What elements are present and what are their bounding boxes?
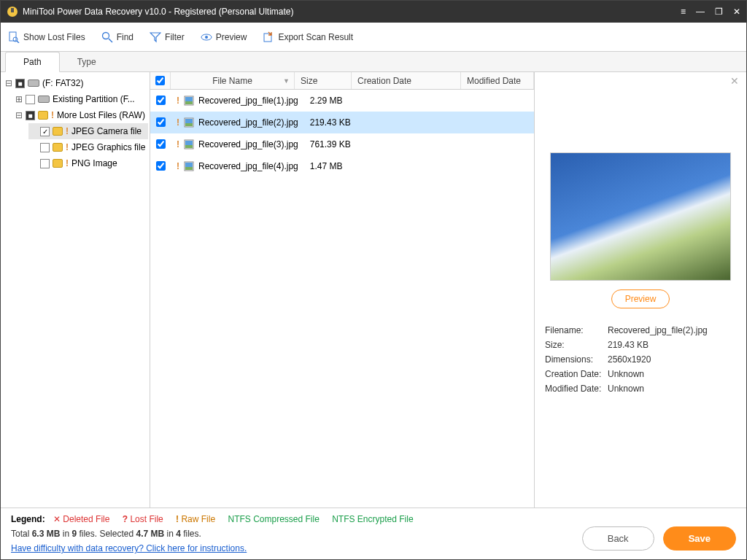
- svg-line-6: [109, 39, 112, 42]
- show-lost-files-button[interactable]: Show Lost Files: [8, 31, 85, 43]
- tree-jpeg-graphics[interactable]: ! JPEG Graphics file: [28, 139, 148, 155]
- image-file-icon: [184, 96, 194, 106]
- legend-compressed: NTFS Compressed File: [228, 514, 319, 524]
- collapse-icon[interactable]: ⊟: [15, 110, 23, 120]
- svg-rect-14: [185, 119, 193, 123]
- svg-rect-20: [185, 163, 193, 167]
- tree-jpeg-camera[interactable]: ✓ ! JPEG Camera file: [28, 123, 148, 139]
- back-button[interactable]: Back: [582, 526, 654, 551]
- select-all-checkbox[interactable]: [155, 76, 165, 85]
- col-creation-date[interactable]: Creation Date: [352, 72, 461, 89]
- meta-size-label: Size:: [545, 340, 608, 350]
- meta-dimensions-value: 2560x1920: [608, 354, 651, 365]
- svg-rect-18: [185, 145, 193, 148]
- tree-pane: ⊟ ■ (F: FAT32) ⊞ Existing Partition (F..…: [1, 72, 150, 508]
- drive-icon: [28, 79, 39, 87]
- file-size: 761.39 KB: [304, 139, 359, 149]
- preview-pane: ✕ Preview Filename:Recovered_jpg_file(2)…: [535, 72, 746, 508]
- titlebar: MiniTool Power Data Recovery v10.0 - Reg…: [1, 1, 746, 23]
- legend-lost: Lost File: [123, 514, 163, 524]
- image-file-icon: [184, 161, 194, 171]
- folder-icon: [53, 159, 63, 168]
- tree-more-lost-files[interactable]: ⊟ ■ ! More Lost Files (RAW): [14, 107, 148, 123]
- file-size: 2.29 MB: [304, 96, 359, 106]
- checkbox[interactable]: [40, 143, 50, 152]
- tree-root[interactable]: ⊟ ■ (F: FAT32): [4, 75, 148, 91]
- menu-icon[interactable]: ≡: [681, 7, 686, 17]
- filter-button[interactable]: Filter: [150, 31, 185, 43]
- find-button[interactable]: Find: [101, 31, 133, 43]
- file-checkbox[interactable]: [156, 96, 166, 105]
- close-preview-icon[interactable]: ✕: [730, 75, 739, 87]
- file-row[interactable]: !Recovered_jpg_file(4).jpg1.47 MB: [150, 155, 534, 177]
- svg-line-4: [17, 41, 19, 43]
- image-file-icon: [184, 139, 194, 149]
- file-checkbox[interactable]: [156, 161, 166, 171]
- svg-rect-21: [185, 167, 193, 170]
- file-name: Recovered_jpg_file(1).jpg: [198, 96, 298, 106]
- col-filename[interactable]: File Name▼: [171, 72, 295, 89]
- raw-marker-icon: !: [51, 110, 54, 120]
- toolbar: Show Lost Files Find Filter Preview Expo…: [1, 23, 746, 52]
- preview-image: [550, 152, 731, 281]
- checkbox-mixed[interactable]: ■: [15, 79, 25, 88]
- legend-deleted: Deleted File: [53, 514, 109, 524]
- tab-type[interactable]: Type: [60, 52, 114, 71]
- meta-cdate-label: Creation Date:: [545, 369, 608, 379]
- tree-existing-partition[interactable]: ⊞ Existing Partition (F...: [14, 91, 148, 107]
- filter-icon: [150, 31, 161, 43]
- raw-marker-icon: !: [177, 139, 179, 149]
- checkbox-checked[interactable]: ✓: [40, 127, 50, 136]
- raw-marker-icon: !: [66, 126, 69, 136]
- svg-rect-17: [185, 141, 193, 145]
- file-checkbox[interactable]: [156, 139, 166, 149]
- file-row[interactable]: !Recovered_jpg_file(1).jpg2.29 MB: [150, 90, 534, 112]
- window-title: MiniTool Power Data Recovery v10.0 - Reg…: [23, 7, 681, 17]
- preview-button[interactable]: Preview: [611, 289, 670, 308]
- minimize-icon[interactable]: —: [696, 7, 705, 17]
- tab-path[interactable]: Path: [5, 52, 60, 72]
- file-name: Recovered_jpg_file(2).jpg: [198, 117, 298, 128]
- app-icon: [7, 6, 18, 18]
- meta-dimensions-label: Dimensions:: [545, 354, 608, 365]
- col-size[interactable]: Size: [295, 72, 352, 89]
- collapse-icon[interactable]: ⊟: [5, 78, 12, 88]
- raw-marker-icon: !: [177, 161, 179, 171]
- checkbox[interactable]: [26, 95, 35, 104]
- save-button[interactable]: Save: [663, 526, 736, 551]
- raw-marker-icon: !: [177, 96, 179, 106]
- file-name: Recovered_jpg_file(4).jpg: [198, 161, 298, 171]
- raw-marker-icon: !: [66, 142, 69, 152]
- svg-rect-12: [185, 101, 193, 104]
- svg-rect-11: [185, 97, 193, 101]
- close-icon[interactable]: ✕: [733, 7, 740, 17]
- raw-marker-icon: !: [66, 158, 69, 168]
- file-name: Recovered_jpg_file(3).jpg: [198, 139, 298, 149]
- file-row[interactable]: !Recovered_jpg_file(2).jpg219.43 KB: [150, 112, 534, 133]
- svg-rect-2: [9, 32, 16, 41]
- svg-rect-15: [185, 123, 193, 126]
- meta-filename-label: Filename:: [545, 325, 608, 335]
- maximize-icon[interactable]: ❐: [715, 7, 723, 17]
- file-checkbox[interactable]: [156, 117, 166, 127]
- svg-rect-1: [11, 8, 14, 12]
- tree-png-image[interactable]: ! PNG Image: [28, 155, 148, 171]
- col-modified-date[interactable]: Modified Date: [461, 72, 534, 89]
- folder-icon: [38, 111, 48, 120]
- file-size: 219.43 KB: [304, 117, 359, 128]
- checkbox-mixed[interactable]: ■: [26, 111, 35, 120]
- meta-cdate-value: Unknown: [608, 369, 644, 379]
- legend: Legend: Deleted File Lost File Raw File …: [11, 514, 582, 524]
- view-tabs: Path Type: [1, 52, 746, 72]
- file-row[interactable]: !Recovered_jpg_file(3).jpg761.39 KB: [150, 133, 534, 155]
- checkbox[interactable]: [40, 159, 50, 168]
- help-link[interactable]: Have difficulty with data recovery? Clic…: [11, 543, 247, 553]
- sort-indicator-icon: ▼: [283, 77, 290, 85]
- search-icon: [101, 31, 113, 43]
- export-button[interactable]: Export Scan Result: [263, 31, 353, 43]
- export-icon: [263, 31, 274, 43]
- preview-toolbar-button[interactable]: Preview: [201, 31, 247, 43]
- footer: Legend: Deleted File Lost File Raw File …: [1, 508, 746, 559]
- expand-icon[interactable]: ⊞: [15, 94, 23, 104]
- image-file-icon: [184, 117, 194, 128]
